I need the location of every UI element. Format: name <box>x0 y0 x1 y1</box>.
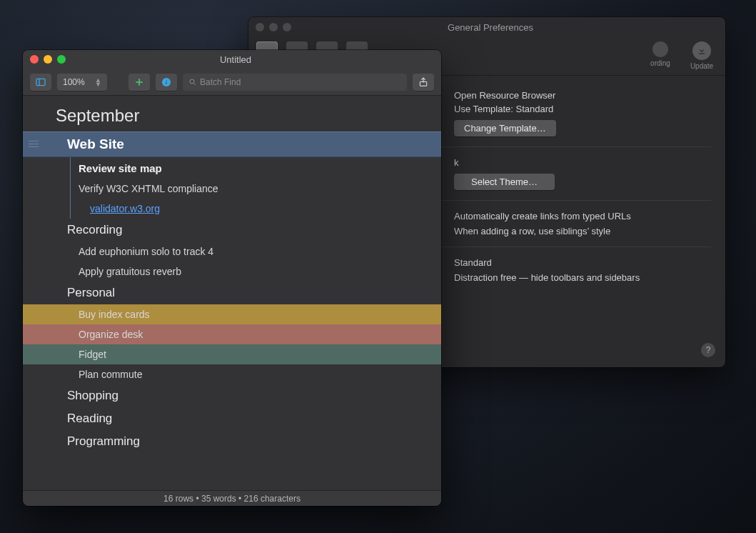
section-recording-label: Recording <box>67 223 123 237</box>
section-web-site-label: Web Site <box>67 136 124 152</box>
section-web-site-children: Review site map Verify W3C XHTML complia… <box>23 157 441 219</box>
section-reading[interactable]: Reading <box>23 407 441 430</box>
svg-point-6 <box>190 79 194 84</box>
svg-rect-0 <box>36 79 45 85</box>
row-reverb-label: Apply gratuitous reverb <box>79 266 181 277</box>
change-template-button[interactable]: Change Template… <box>454 120 556 136</box>
zoom-value: 100% <box>63 77 85 87</box>
row-review-site-map[interactable]: Review site map <box>23 157 441 179</box>
section-shopping[interactable]: Shopping <box>23 384 441 407</box>
status-bar: 16 rows • 35 words • 216 characters <box>23 490 441 506</box>
row-verify-compliance[interactable]: Verify W3C XHTML compliance <box>23 179 441 199</box>
section-programming[interactable]: Programming <box>23 430 441 453</box>
search-field[interactable]: Batch Find <box>183 74 407 91</box>
section-web-site[interactable]: Web Site <box>23 131 441 157</box>
prefs-theme-label: k <box>454 157 711 168</box>
row-verify-compliance-label: Verify W3C XHTML compliance <box>79 183 218 194</box>
row-organize-desk[interactable]: Organize desk <box>23 324 441 344</box>
help-button[interactable]: ? <box>701 343 715 357</box>
toggle-sidebar-button[interactable] <box>30 74 51 91</box>
add-row-button[interactable] <box>128 74 150 91</box>
document-title: Untitled <box>37 54 434 65</box>
section-personal-label: Personal <box>67 286 115 300</box>
chevron-updown-icon: ▲▼ <box>95 78 101 86</box>
row-fidget[interactable]: Fidget <box>23 344 441 364</box>
row-plan-commute[interactable]: Plan commute <box>23 364 441 384</box>
prefs-tab-update-label: Update <box>690 62 713 70</box>
row-buy-index-cards-label: Buy index cards <box>79 309 150 320</box>
download-arrow-icon <box>692 41 711 60</box>
prefs-tab-recording[interactable]: ording <box>642 40 678 79</box>
select-theme-button[interactable]: Select Theme… <box>454 174 555 190</box>
row-fidget-label: Fidget <box>79 349 106 360</box>
section-programming-label: Programming <box>67 434 140 449</box>
prefs-newdoc-line1: Open Resource Browser <box>454 90 711 101</box>
section-recording[interactable]: Recording <box>23 219 441 241</box>
search-placeholder: Batch Find <box>200 77 241 87</box>
outline-content: September Web Site Review site map Verif… <box>23 96 441 490</box>
month-heading[interactable]: September <box>23 96 441 131</box>
prefs-fullscreen-line2[interactable]: Distraction free — hide toolbars and sid… <box>454 272 711 283</box>
main-titlebar: Untitled <box>23 50 441 69</box>
inspector-button[interactable]: i <box>156 74 177 91</box>
status-rows: 16 rows <box>163 494 193 504</box>
zoom-level-selector[interactable]: 100% ▲▼ <box>57 74 107 91</box>
row-organize-desk-label: Organize desk <box>79 329 143 340</box>
row-euphonium[interactable]: Add euphonium solo to track 4 <box>23 241 441 261</box>
section-personal[interactable]: Personal <box>23 282 441 304</box>
prefs-newdoc-line2: Use Template: Standard <box>454 104 711 114</box>
svg-line-7 <box>194 83 196 85</box>
microphone-icon <box>652 41 668 57</box>
row-euphonium-label: Add euphonium solo to track 4 <box>79 246 213 257</box>
indent-guide <box>70 157 71 219</box>
main-toolbar: 100% ▲▼ i Batch Find <box>23 69 441 96</box>
document-window: Untitled 100% ▲▼ i Batch Find September … <box>23 50 441 506</box>
validator-link[interactable]: validator.w3.org <box>90 203 160 214</box>
prefs-tab-update[interactable]: Update <box>685 40 718 79</box>
section-reading-label: Reading <box>67 412 112 426</box>
row-reverb[interactable]: Apply gratuitous reverb <box>23 261 441 282</box>
status-sep1: • <box>193 494 201 504</box>
drag-handle-icon[interactable] <box>29 141 39 148</box>
status-sep2: • <box>236 494 244 504</box>
prefs-title: General Preferences <box>263 22 718 33</box>
section-shopping-label: Shopping <box>67 389 119 403</box>
prefs-tab-recording-label: ording <box>650 59 670 67</box>
prefs-fullscreen-line1[interactable]: Standard <box>454 257 711 268</box>
row-buy-index-cards[interactable]: Buy index cards <box>23 304 441 324</box>
share-button[interactable] <box>413 74 434 91</box>
status-words: 35 words <box>201 494 236 504</box>
status-chars: 216 characters <box>244 494 301 504</box>
help-icon: ? <box>706 345 711 355</box>
row-review-site-map-label: Review site map <box>79 162 162 174</box>
prefs-titlebar: General Preferences <box>248 17 725 37</box>
search-icon <box>188 78 197 86</box>
prefs-links-line2[interactable]: When adding a row, use siblings’ style <box>454 226 711 236</box>
row-plan-commute-label: Plan commute <box>79 369 142 380</box>
prefs-links-line1[interactable]: Automatically create links from typed UR… <box>454 211 711 221</box>
row-validator-link[interactable]: validator.w3.org <box>23 199 441 219</box>
